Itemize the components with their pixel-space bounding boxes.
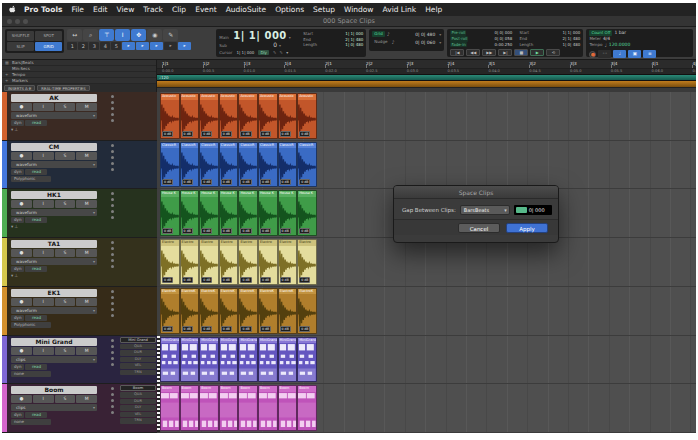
insert-slot[interactable] bbox=[111, 399, 114, 402]
clip-house-k[interactable]: House K0 dB bbox=[258, 190, 278, 236]
clip-gain-badge[interactable]: 0 dB bbox=[280, 228, 291, 234]
grid-value[interactable]: 0| 0| 480 bbox=[415, 32, 435, 37]
dyn-selector[interactable]: dyn bbox=[11, 120, 24, 126]
gap-units-dropdown[interactable]: BarsBeats bbox=[460, 205, 510, 215]
clip-gain-badge[interactable]: 0 dB bbox=[182, 228, 193, 234]
menu-item-clip[interactable]: Clip bbox=[172, 5, 186, 14]
menu-item-file[interactable]: File bbox=[71, 5, 84, 14]
clip-classicr[interactable]: ClassicR0 dB bbox=[219, 142, 239, 188]
record-enable-button[interactable]: ● bbox=[11, 347, 32, 355]
elastic-audio-icon[interactable]: ⊥ bbox=[14, 224, 18, 230]
tempo-event[interactable]: ♩120 bbox=[159, 75, 169, 80]
insert-slot[interactable] bbox=[111, 192, 114, 195]
clip-gain-badge[interactable]: 0 dB bbox=[240, 131, 251, 137]
clip-house-k[interactable]: House K0 dB bbox=[180, 190, 200, 236]
clip-boom[interactable]: Boom bbox=[258, 385, 278, 431]
clip-gain-badge[interactable]: 0 dB bbox=[201, 131, 212, 137]
solo-button[interactable]: S bbox=[55, 298, 76, 306]
realtime-properties-column-header[interactable]: REAL-TIME PROPERTIES bbox=[37, 85, 89, 91]
sub-counter-value[interactable]: 0 bbox=[273, 41, 277, 48]
clip-electrok[interactable]: ElectroK0 dB bbox=[258, 288, 278, 334]
insert-slot[interactable] bbox=[111, 156, 114, 159]
clip-electrok[interactable]: ElectroK0 dB bbox=[238, 288, 258, 334]
mute-button[interactable]: M bbox=[76, 347, 97, 355]
clip-minigrand[interactable]: MiniGrand bbox=[219, 337, 239, 383]
clip-acoustic[interactable]: Acoustic0 dB bbox=[219, 93, 239, 139]
edit-mode-spot[interactable]: SPOT bbox=[35, 31, 62, 41]
insert-slot[interactable] bbox=[111, 216, 114, 219]
track-name[interactable]: HK1 bbox=[11, 191, 97, 199]
clip-classicr[interactable]: ClassicR0 dB bbox=[297, 142, 317, 188]
clip-gain-badge[interactable]: 0 dB bbox=[182, 326, 193, 332]
clip-gain-badge[interactable]: 0 dB bbox=[182, 131, 193, 137]
track-view-selector[interactable]: waveform bbox=[11, 307, 97, 314]
clip-minigrand[interactable]: MiniGrand bbox=[297, 337, 317, 383]
clip-gain-badge[interactable]: 0 dB bbox=[201, 326, 212, 332]
edit-mode-slip[interactable]: SLIP bbox=[7, 42, 34, 52]
menu-item-view[interactable]: View bbox=[117, 5, 135, 14]
insert-slot[interactable] bbox=[111, 247, 114, 250]
clip-gain-badge[interactable]: 0 dB bbox=[240, 179, 251, 185]
clip-gain-badge[interactable]: 0 dB bbox=[182, 179, 193, 185]
clip-gain-badge[interactable]: 0 dB bbox=[299, 228, 310, 234]
insert-name[interactable]: Mini Grand bbox=[120, 337, 156, 343]
window-title-bar[interactable]: 000 Space Clips bbox=[2, 16, 696, 27]
clip-gain-badge[interactable]: 0 dB bbox=[299, 277, 310, 283]
rewind-button[interactable]: ◀◀ bbox=[466, 49, 480, 56]
menu-item-setup[interactable]: Setup bbox=[313, 5, 335, 14]
elastic-audio-icon[interactable]: ⊥ bbox=[14, 127, 18, 133]
insert-slot[interactable] bbox=[111, 198, 114, 201]
bars-beats-ruler[interactable]: 1|11|21|31|42|12|22|32|43|13|23|33|44|14… bbox=[157, 60, 696, 69]
count-off-button[interactable]: ▣ bbox=[628, 50, 641, 58]
automation-mode-selector[interactable]: read bbox=[25, 217, 47, 223]
grid-menu-icon[interactable]: ▾ bbox=[439, 32, 441, 37]
nudge-value[interactable]: 0| 0| 060 bbox=[415, 40, 435, 45]
track-name[interactable]: Boom bbox=[11, 386, 97, 394]
insert-slot[interactable] bbox=[111, 259, 114, 262]
clip-electro[interactable]: Electro0 dB bbox=[219, 239, 239, 285]
record-enable-button[interactable]: ● bbox=[11, 200, 32, 208]
scrubber-tool[interactable]: ◉ bbox=[147, 29, 162, 41]
clip-gain-badge[interactable]: 0 dB bbox=[280, 326, 291, 332]
insert-name[interactable]: Boom bbox=[120, 385, 156, 391]
insert-slot[interactable] bbox=[111, 363, 114, 366]
insert-slot[interactable] bbox=[111, 302, 114, 305]
clip-gain-badge[interactable]: 0 dB bbox=[280, 131, 291, 137]
edit-mode-grid[interactable]: GRID bbox=[35, 42, 62, 52]
fast-forward-button[interactable]: ▶▶ bbox=[482, 49, 496, 56]
dyn-selector[interactable]: dyn bbox=[11, 364, 24, 370]
timebase-icon[interactable]: ▾ bbox=[11, 224, 13, 230]
insert-slot[interactable] bbox=[111, 95, 114, 98]
input-monitor-button[interactable]: I bbox=[33, 347, 54, 355]
clip-minigrand[interactable]: MiniGrand bbox=[278, 337, 298, 383]
clip-gain-badge[interactable]: 0 dB bbox=[299, 131, 310, 137]
elastic-audio-selector[interactable]: none bbox=[11, 419, 51, 425]
clip-gain-badge[interactable]: 0 dB bbox=[221, 179, 232, 185]
record-button[interactable]: ● bbox=[589, 51, 596, 58]
clip-electro[interactable]: Electro0 dB bbox=[180, 239, 200, 285]
menu-item-pro-tools[interactable]: Pro Tools bbox=[24, 5, 62, 14]
dyn-selector[interactable]: dyn bbox=[11, 266, 24, 272]
sub-counter-menu-icon[interactable]: ▾ bbox=[279, 43, 281, 48]
menu-item-event[interactable]: Event bbox=[195, 5, 217, 14]
nudge-menu-icon[interactable]: ▾ bbox=[439, 40, 441, 45]
timebase-icon[interactable]: ▾ bbox=[11, 273, 13, 279]
automation-mode-selector[interactable]: read bbox=[25, 364, 47, 370]
delay-compensation-badge[interactable]: Dly bbox=[258, 50, 269, 55]
main-counter-value[interactable]: 1| 1| 000 bbox=[233, 30, 287, 41]
automation-mode-selector[interactable]: read bbox=[25, 315, 47, 321]
clip-acoustic[interactable]: Acoustic0 dB bbox=[160, 93, 180, 139]
clip-gain-badge[interactable]: 0 dB bbox=[221, 277, 232, 283]
insert-slot[interactable] bbox=[111, 411, 114, 414]
elastic-audio-selector[interactable]: Polyphonic bbox=[11, 176, 51, 182]
track-view-selector[interactable]: waveform bbox=[11, 209, 97, 216]
clip-acoustic[interactable]: Acoustic0 dB bbox=[180, 93, 200, 139]
dyn-selector[interactable]: dyn bbox=[11, 217, 24, 223]
input-monitor-button[interactable]: I bbox=[33, 200, 54, 208]
automation-mode-selector[interactable]: read bbox=[25, 412, 47, 418]
insertion-follows-icon[interactable]: ▸ bbox=[164, 42, 177, 50]
clip-gain-badge[interactable]: 0 dB bbox=[201, 277, 212, 283]
input-monitor-button[interactable]: I bbox=[33, 395, 54, 403]
dyn-selector[interactable]: dyn bbox=[11, 169, 24, 175]
apple-menu-icon[interactable] bbox=[8, 5, 18, 14]
